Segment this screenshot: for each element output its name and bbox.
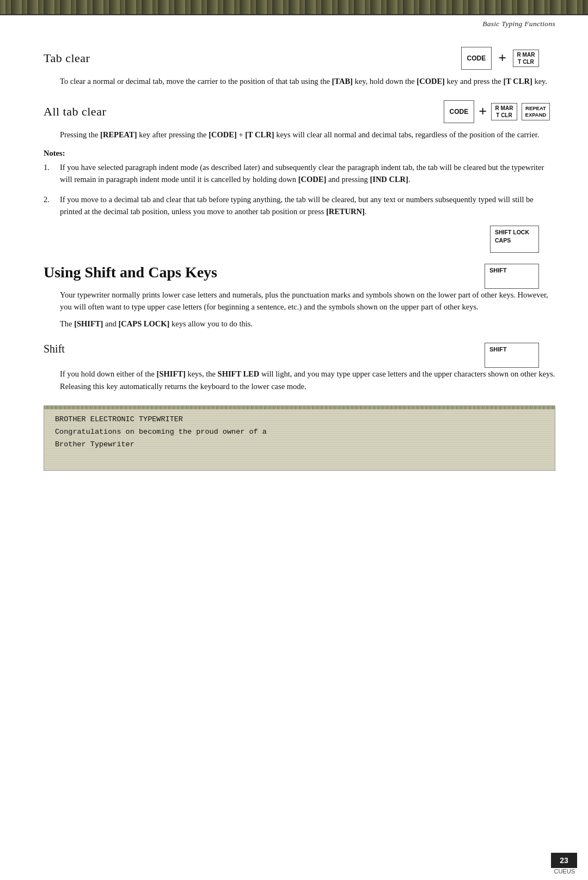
main-content: Tab clear CODE + R MAR T CLR To clear a … bbox=[0, 28, 588, 503]
shift-sub-key-diagram: SHIFT bbox=[485, 343, 539, 368]
code-key-ref: [CODE] bbox=[416, 77, 445, 86]
tab-clear-key-combo: CODE + R MAR T CLR bbox=[461, 47, 540, 70]
shift-caps-section: Using Shift and Caps Keys SHIFT Your typ… bbox=[44, 264, 555, 330]
return-key-ref: [RETURN] bbox=[326, 207, 365, 216]
notes-section: Notes: 1. If you have selected paragraph… bbox=[44, 149, 555, 218]
code-key: CODE bbox=[461, 47, 492, 70]
repeat-key-ref: [REPEAT] bbox=[100, 130, 137, 139]
all-tab-clear-section: All tab clear CODE + R MAR T CLR REPEAT … bbox=[44, 100, 555, 217]
terminal-line1: BROTHER ELECTRONIC TYPEWRITER bbox=[55, 414, 544, 426]
note-text-1: If you have selected paragraph indent mo… bbox=[60, 161, 555, 186]
terminal-box: BROTHER ELECTRONIC TYPEWRITER Congratula… bbox=[44, 405, 555, 471]
repeat-expand-key: REPEAT EXPAND bbox=[522, 103, 550, 120]
cueus-label: CUEUS bbox=[554, 868, 577, 876]
tab-clear-header-row: Tab clear CODE + R MAR T CLR bbox=[44, 47, 555, 70]
tab-clear-title: Tab clear bbox=[44, 51, 90, 65]
shift-sub-body: If you hold down either of the [SHIFT] k… bbox=[60, 368, 555, 392]
shift-key-box: SHIFT bbox=[485, 264, 539, 289]
shift-sub-header-row: Shift SHIFT bbox=[44, 343, 555, 368]
shift-caps-header-row: Using Shift and Caps Keys SHIFT bbox=[44, 264, 555, 289]
r-mar-t-clr-key: R MAR T CLR bbox=[513, 50, 539, 67]
code-key-2: CODE bbox=[444, 100, 475, 123]
caps-lock-ref: [CAPS LOCK] bbox=[119, 319, 170, 328]
code-key-ref-3: [CODE] bbox=[298, 175, 327, 184]
note-text-2: If you move to a decimal tab and clear t… bbox=[60, 193, 555, 218]
tab-clear-body: To clear a normal or decimal tab, move t… bbox=[60, 75, 555, 87]
note-item-2: 2. If you move to a decimal tab and clea… bbox=[44, 193, 555, 218]
page: Basic Typing Functions Tab clear CODE + … bbox=[0, 0, 588, 880]
page-subtitle: Basic Typing Functions bbox=[0, 15, 588, 28]
note-num-2: 2. bbox=[44, 193, 54, 218]
t-clr-ref-2: [T CLR] bbox=[245, 130, 274, 139]
top-decorative-bar bbox=[0, 0, 588, 15]
shift-caps-title: Using Shift and Caps Keys bbox=[44, 264, 217, 281]
shift-lock-key-diagram-area: SHIFT LOCK CAPS bbox=[44, 226, 539, 253]
shift-key-diagram: SHIFT bbox=[485, 264, 539, 289]
shift-ref: [SHIFT] bbox=[74, 319, 103, 328]
code-key-ref-2: [CODE] bbox=[209, 130, 237, 139]
terminal-line3: Brother Typewriter bbox=[55, 439, 544, 451]
shift-sub-key-box: SHIFT bbox=[485, 343, 539, 368]
bottom-bar: 23 CUEUS bbox=[0, 853, 588, 880]
ind-clr-ref: [IND CLR] bbox=[370, 175, 408, 184]
note-item-1: 1. If you have selected paragraph indent… bbox=[44, 161, 555, 186]
tab-clear-section: Tab clear CODE + R MAR T CLR To clear a … bbox=[44, 47, 555, 87]
terminal-line2: Congratulations on becoming the proud ow… bbox=[55, 426, 544, 439]
all-tab-clear-body: Pressing the [REPEAT] key after pressing… bbox=[60, 129, 555, 141]
shift-led-ref: SHIFT LED bbox=[218, 369, 260, 378]
page-number-wrapper: 23 CUEUS bbox=[551, 853, 577, 876]
shift-sub-title: Shift bbox=[44, 343, 65, 355]
note-num-1: 1. bbox=[44, 161, 54, 186]
shift-caps-body1: Your typewriter normally prints lower ca… bbox=[60, 289, 555, 313]
t-clr-key-ref: [T CLR] bbox=[503, 77, 532, 86]
plus-icon-2: + bbox=[479, 105, 487, 119]
all-tab-clear-title: All tab clear bbox=[44, 105, 106, 119]
shift-lock-caps-key: SHIFT LOCK CAPS bbox=[490, 226, 539, 253]
all-tab-clear-key-combo: CODE + R MAR T CLR REPEAT EXPAND bbox=[444, 100, 550, 123]
shift-key-ref2: [SHIFT] bbox=[157, 369, 186, 378]
tab-key-ref: [TAB] bbox=[332, 77, 352, 86]
shift-caps-body2: The [SHIFT] and [CAPS LOCK] keys allow y… bbox=[60, 318, 555, 330]
plus-icon: + bbox=[498, 51, 506, 65]
all-tab-clear-header-row: All tab clear CODE + R MAR T CLR REPEAT … bbox=[44, 100, 555, 123]
shift-sub-section: Shift SHIFT If you hold down either of t… bbox=[44, 343, 555, 471]
r-mar-t-clr-key-2: R MAR T CLR bbox=[491, 103, 517, 120]
page-number: 23 bbox=[551, 853, 577, 868]
notes-heading: Notes: bbox=[44, 149, 555, 158]
